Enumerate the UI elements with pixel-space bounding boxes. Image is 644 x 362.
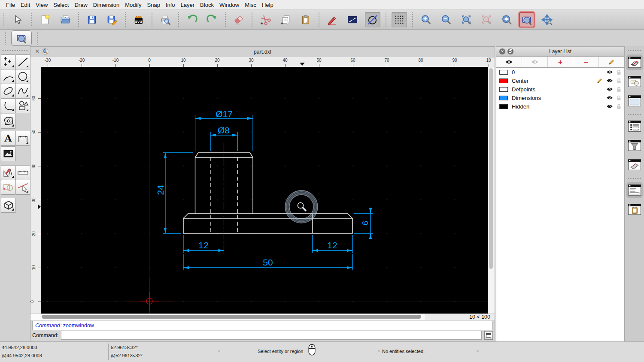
open-document-button[interactable] xyxy=(58,12,73,27)
print-preview-button[interactable] xyxy=(158,12,173,27)
hatch-tool[interactable] xyxy=(1,114,16,129)
paste-button[interactable] xyxy=(298,12,313,27)
wall-tools-button[interactable] xyxy=(626,157,643,172)
menu-draw[interactable]: Draw xyxy=(74,2,87,8)
preview-panel-button[interactable] xyxy=(626,93,643,109)
menu-help[interactable]: Help xyxy=(262,2,273,8)
document-title: part.dxf xyxy=(254,49,272,55)
block-list-panel-button[interactable] xyxy=(626,74,643,89)
layer-row[interactable]: Hidden xyxy=(496,102,624,111)
zoom-in-button[interactable] xyxy=(418,12,434,27)
layer-lock-icon[interactable] xyxy=(617,78,621,84)
menu-modify[interactable]: Modify xyxy=(125,2,141,8)
layer-list-panel-button[interactable] xyxy=(626,54,643,70)
menu-snap[interactable]: Snap xyxy=(147,2,160,8)
menu-file[interactable]: File xyxy=(6,2,15,8)
undo-button[interactable] xyxy=(184,12,200,27)
layer-visible-icon[interactable] xyxy=(606,104,613,109)
command-widget-button[interactable] xyxy=(626,182,643,198)
active-tool-zoom-window-button[interactable] xyxy=(11,30,32,46)
drawing-canvas[interactable]: Ø17 Ø8 24 6 12 12 50 xyxy=(41,67,488,314)
layer-visible-icon[interactable] xyxy=(606,87,613,91)
menu-layer[interactable]: Layer xyxy=(181,2,195,8)
grid-toggle-button[interactable] xyxy=(392,12,407,27)
library-browser-button[interactable] xyxy=(626,118,643,134)
undock-panel-icon[interactable] xyxy=(507,48,513,54)
redo-button[interactable] xyxy=(204,12,220,27)
hruler-label: 30 xyxy=(249,58,253,63)
menu-view[interactable]: View xyxy=(36,2,48,8)
measure-tool[interactable] xyxy=(15,165,30,180)
select-tool[interactable] xyxy=(15,180,30,195)
selection-filter-button[interactable] xyxy=(626,138,643,153)
pencil-compass-icon xyxy=(3,167,14,178)
layer-visible-icon[interactable] xyxy=(606,70,613,74)
command-history-entry: zoomwindow xyxy=(63,323,94,329)
line-tool[interactable] xyxy=(15,54,30,69)
layer-row[interactable]: 0 xyxy=(496,68,624,76)
vertical-scroll-thumb[interactable] xyxy=(489,68,493,269)
zoom-auto-button[interactable] xyxy=(459,12,474,27)
new-document-button[interactable] xyxy=(37,12,53,27)
menu-misc[interactable]: Misc xyxy=(245,2,256,8)
horizontal-scrollbar[interactable] xyxy=(30,314,425,320)
text-tool[interactable]: A xyxy=(1,131,16,146)
show-all-layers-button[interactable] xyxy=(496,57,522,67)
save-as-button[interactable] xyxy=(104,12,120,27)
solid-3d-tool[interactable] xyxy=(1,198,16,213)
cut-button[interactable]: + xyxy=(258,12,273,27)
close-document-icon[interactable]: ✕ xyxy=(34,48,41,55)
construction-mode-button[interactable] xyxy=(365,12,380,27)
points-tool[interactable] xyxy=(1,54,16,69)
remove-layer-button[interactable]: − xyxy=(573,57,599,67)
dimension-tool[interactable] xyxy=(15,131,30,146)
hide-all-layers-button[interactable] xyxy=(522,57,548,67)
keyboard-toggle-button[interactable] xyxy=(484,331,493,340)
main-toolbar: SVG + + xyxy=(0,10,644,30)
menu-window[interactable]: Window xyxy=(219,2,239,8)
zoom-selection-button[interactable] xyxy=(479,12,494,27)
menu-edit[interactable]: Edit xyxy=(21,2,30,8)
layer-visible-icon[interactable] xyxy=(606,78,613,83)
construction-tools[interactable] xyxy=(1,165,16,180)
selection-pointer-button[interactable] xyxy=(10,12,25,27)
zoom-pan-button[interactable] xyxy=(539,12,555,27)
eraser-button[interactable] xyxy=(231,12,246,27)
horizontal-scroll-thumb[interactable] xyxy=(42,315,421,319)
menu-dimension[interactable]: Dimension xyxy=(93,2,119,8)
ellipse-tool[interactable] xyxy=(1,84,16,99)
arc-tool[interactable] xyxy=(1,69,16,84)
tool-options-bar xyxy=(0,30,644,47)
export-svg-button[interactable]: SVG xyxy=(131,12,146,27)
layer-row[interactable]: Center xyxy=(496,76,624,85)
command-input[interactable] xyxy=(61,331,482,340)
save-button[interactable] xyxy=(84,12,100,27)
zoom-out-button[interactable] xyxy=(438,12,454,27)
spline-tool[interactable] xyxy=(15,84,30,99)
layer-row[interactable]: Dimensions xyxy=(496,94,624,102)
modify-tool[interactable] xyxy=(1,180,16,195)
image-tool[interactable] xyxy=(1,146,16,161)
zoom-window-button[interactable] xyxy=(519,12,535,27)
layer-row[interactable]: Defpoints xyxy=(496,85,624,94)
layer-lock-icon[interactable] xyxy=(617,95,621,101)
zoom-previous-button[interactable] xyxy=(499,12,514,27)
menu-select[interactable]: Select xyxy=(53,2,69,8)
circle-tool[interactable] xyxy=(15,69,30,84)
polyline-tool[interactable] xyxy=(1,98,16,113)
edit-layer-button[interactable] xyxy=(599,57,624,67)
layer-lock-icon[interactable] xyxy=(617,87,621,92)
copy-button[interactable]: + xyxy=(278,12,293,27)
layer-lock-icon[interactable] xyxy=(617,104,621,109)
layer-lock-icon[interactable] xyxy=(617,69,621,75)
layer-visible-icon[interactable] xyxy=(606,96,613,100)
menu-info[interactable]: Info xyxy=(166,2,175,8)
add-layer-button[interactable]: + xyxy=(548,57,574,67)
vertical-scrollbar[interactable] xyxy=(488,67,495,314)
menu-block[interactable]: Block xyxy=(200,2,214,8)
clipboard-panel-button[interactable] xyxy=(626,202,643,217)
draw-pencil-button[interactable] xyxy=(325,12,340,27)
polygon-tool[interactable] xyxy=(15,98,30,113)
close-panel-icon[interactable]: ✕ xyxy=(499,48,505,54)
dimension-mode-button[interactable] xyxy=(345,12,360,27)
